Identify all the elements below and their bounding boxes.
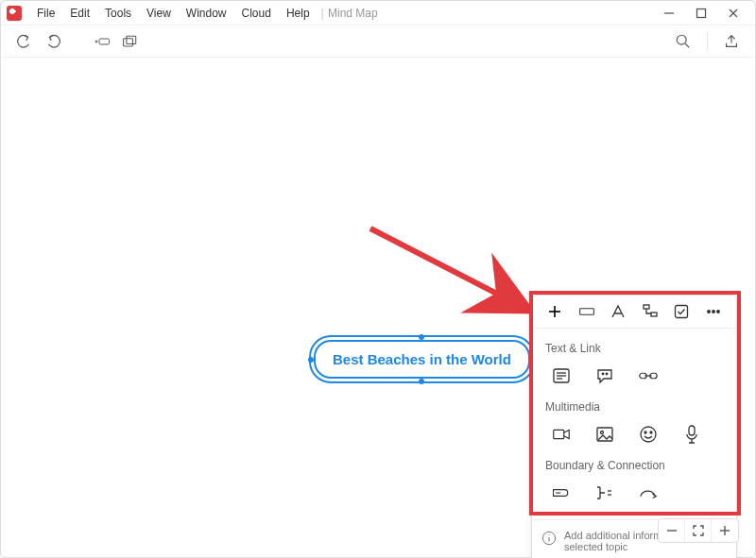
toolbar <box>1 25 755 58</box>
menu-file[interactable]: File <box>29 5 62 22</box>
row-boundary <box>538 476 730 510</box>
fit-icon <box>692 524 705 537</box>
central-topic-node[interactable]: Best Beaches in the World <box>314 340 530 379</box>
row-text-link <box>538 359 730 393</box>
svg-rect-17 <box>676 306 688 318</box>
callout-arrow-icon <box>361 219 550 342</box>
multi-page-button[interactable] <box>116 29 145 54</box>
svg-rect-16 <box>651 313 657 316</box>
app-logo <box>7 6 22 21</box>
panel-tab-task[interactable] <box>668 299 695 324</box>
toolbar-separator <box>707 32 708 51</box>
section-text-link-label: Text & Link <box>538 334 730 359</box>
insert-emoji-button[interactable] <box>628 419 668 449</box>
canvas[interactable]: Best Beaches in the World <box>2 59 754 556</box>
svg-rect-7 <box>124 38 133 45</box>
info-icon <box>541 531 557 546</box>
video-icon <box>551 424 572 445</box>
boundary-icon <box>551 482 572 503</box>
checkbox-icon <box>673 303 690 320</box>
search-button[interactable] <box>669 29 697 54</box>
svg-point-9 <box>677 35 686 44</box>
svg-line-11 <box>370 228 526 309</box>
panel-tab-more[interactable] <box>700 299 727 324</box>
menu-cloud[interactable]: Cloud <box>234 5 279 22</box>
svg-point-18 <box>708 311 711 313</box>
search-icon <box>675 33 692 50</box>
insert-audio-button[interactable] <box>672 419 712 449</box>
svg-rect-1 <box>697 8 706 17</box>
svg-point-26 <box>606 373 608 375</box>
menu-window[interactable]: Window <box>179 5 234 22</box>
plus-icon <box>546 303 563 320</box>
link-icon <box>638 365 659 386</box>
menu-view[interactable]: View <box>139 5 179 22</box>
image-icon <box>594 424 615 445</box>
menu-tools[interactable]: Tools <box>97 5 139 22</box>
svg-point-20 <box>717 311 720 313</box>
rectangle-icon <box>578 303 595 320</box>
insert-note-button[interactable] <box>541 361 581 391</box>
node-handle-left[interactable] <box>308 357 314 363</box>
svg-point-19 <box>713 311 715 313</box>
relationship-icon <box>638 482 659 503</box>
window-maximize-button[interactable] <box>685 2 717 25</box>
panel-tab-structure[interactable] <box>637 299 663 324</box>
insert-link-button[interactable] <box>628 361 668 391</box>
svg-point-25 <box>602 373 604 375</box>
summary-icon <box>594 482 615 503</box>
svg-line-10 <box>685 43 689 47</box>
panel-body: Text & Link Multimedia <box>532 329 736 519</box>
structure-icon <box>642 303 659 320</box>
note-icon <box>551 365 572 386</box>
section-boundary-label: Boundary & Connection <box>538 451 730 476</box>
insert-video-button[interactable] <box>541 419 581 449</box>
menu-separator: | <box>321 6 324 20</box>
svg-point-34 <box>644 431 646 433</box>
insert-boundary-button[interactable] <box>541 478 581 508</box>
undo-button[interactable] <box>10 29 39 54</box>
svg-rect-15 <box>644 305 649 309</box>
zoom-out-button[interactable] <box>659 519 685 542</box>
window-close-button[interactable] <box>717 2 749 25</box>
svg-rect-30 <box>554 430 564 438</box>
menubar: File Edit Tools View Window Cloud Help |… <box>1 1 755 25</box>
panel-tab-shape[interactable] <box>574 299 600 324</box>
menu-help[interactable]: Help <box>279 5 318 22</box>
zoom-controls <box>658 518 739 543</box>
plus-small-icon <box>718 524 731 537</box>
share-icon <box>723 33 740 50</box>
svg-point-32 <box>601 431 604 434</box>
section-multimedia-label: Multimedia <box>538 393 730 417</box>
panel-tab-text[interactable] <box>605 299 631 324</box>
node-text: Best Beaches in the World <box>333 351 511 367</box>
svg-rect-6 <box>99 39 110 44</box>
svg-point-35 <box>650 431 652 433</box>
panel-tab-insert[interactable] <box>541 299 568 324</box>
insert-comment-button[interactable] <box>585 361 625 391</box>
minus-icon <box>665 524 679 537</box>
window-minimize-button[interactable] <box>653 2 685 25</box>
insert-summary-button[interactable] <box>585 478 625 508</box>
svg-point-33 <box>641 427 656 442</box>
svg-rect-14 <box>579 309 593 315</box>
insert-relationship-button[interactable] <box>628 478 668 508</box>
redo-button[interactable] <box>39 29 67 54</box>
document-title: Mind Map <box>328 7 378 20</box>
text-a-icon <box>610 303 627 320</box>
zoom-in-button[interactable] <box>712 519 738 542</box>
menu-edit[interactable]: Edit <box>62 5 97 22</box>
insert-image-button[interactable] <box>585 419 625 449</box>
panel-tabs <box>532 296 736 329</box>
svg-rect-8 <box>127 36 136 43</box>
app-window: File Edit Tools View Window Cloud Help |… <box>0 0 756 558</box>
emoji-icon <box>638 424 659 445</box>
add-topic-button[interactable] <box>88 29 116 54</box>
more-icon <box>705 303 722 320</box>
share-button[interactable] <box>717 29 746 54</box>
mic-icon <box>681 424 702 445</box>
svg-rect-36 <box>689 426 695 435</box>
row-multimedia <box>538 417 730 451</box>
fit-view-button[interactable] <box>685 519 712 542</box>
comment-icon <box>594 365 615 386</box>
